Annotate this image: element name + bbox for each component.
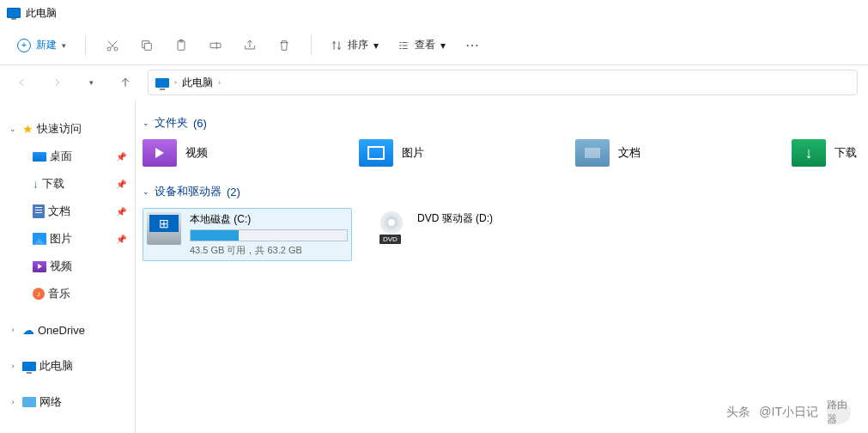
desktop-icon bbox=[33, 152, 46, 162]
sidebar-item-videos[interactable]: 视频 bbox=[0, 253, 135, 280]
sort-button[interactable]: 排序 ▾ bbox=[324, 34, 385, 56]
document-icon bbox=[33, 204, 45, 218]
sidebar-item-documents[interactable]: 文档📌 bbox=[0, 198, 135, 225]
chevron-down-icon: ⌄ bbox=[143, 119, 149, 127]
sidebar-item-music[interactable]: ♪音乐 bbox=[0, 280, 135, 308]
sidebar: ⌄ ★ 快速访问 桌面📌 ↓下载📌 文档📌 图片📌 视频 ♪音乐 ›☁OneDr… bbox=[0, 100, 136, 433]
sidebar-item-pictures[interactable]: 图片📌 bbox=[0, 225, 135, 253]
section-count: (6) bbox=[193, 117, 207, 130]
pc-icon bbox=[155, 78, 169, 88]
nav-row: ▾ › 此电脑› bbox=[0, 65, 868, 100]
sidebar-label: 下载 bbox=[42, 176, 128, 192]
folders-row: 视频 图片 文档 下载 bbox=[143, 139, 861, 167]
drive-name: 本地磁盘 (C:) bbox=[190, 212, 348, 227]
address-bar[interactable]: › 此电脑› bbox=[148, 70, 858, 95]
sidebar-item-desktop[interactable]: 桌面📌 bbox=[0, 143, 135, 170]
folder-documents[interactable]: 文档 bbox=[575, 139, 773, 167]
drive-sub: 43.5 GB 可用，共 63.2 GB bbox=[190, 244, 348, 257]
up-button[interactable] bbox=[113, 70, 137, 95]
video-folder-icon bbox=[143, 139, 177, 167]
svg-rect-5 bbox=[210, 43, 221, 47]
separator bbox=[311, 35, 312, 56]
sidebar-label: 音乐 bbox=[48, 286, 128, 302]
chevron-down-icon: ▾ bbox=[373, 40, 379, 52]
watermark-left: 头条 bbox=[726, 405, 750, 420]
picture-icon bbox=[33, 233, 46, 245]
svg-point-1 bbox=[114, 47, 118, 51]
back-button[interactable] bbox=[10, 70, 34, 95]
sidebar-label: 此电脑 bbox=[39, 358, 128, 374]
more-button[interactable]: ⋯ bbox=[458, 31, 487, 60]
picture-folder-icon bbox=[359, 139, 393, 167]
sidebar-label: 网络 bbox=[39, 394, 128, 410]
folder-videos[interactable]: 视频 bbox=[143, 139, 340, 167]
copy-button[interactable] bbox=[132, 31, 161, 60]
sidebar-network[interactable]: ›网络 bbox=[0, 388, 135, 416]
sidebar-label: OneDrive bbox=[38, 324, 128, 337]
view-label: 查看 bbox=[415, 38, 435, 52]
svg-rect-2 bbox=[144, 43, 151, 50]
sidebar-item-downloads[interactable]: ↓下载📌 bbox=[0, 170, 135, 198]
dvd-icon bbox=[374, 211, 409, 244]
folder-downloads[interactable]: 下载 bbox=[792, 139, 860, 167]
document-folder-icon bbox=[575, 139, 610, 167]
content: ⌄ 文件夹 (6) 视频 图片 文档 下载 ⌄ 设备和驱动器 (2) 本地磁盘 … bbox=[136, 100, 868, 433]
pin-icon: 📌 bbox=[116, 152, 126, 162]
chevron-right-icon: › bbox=[174, 78, 177, 87]
section-title: 文件夹 bbox=[155, 115, 188, 131]
drives-row: 本地磁盘 (C:) 43.5 GB 可用，共 63.2 GB DVD 驱动器 (… bbox=[143, 208, 861, 261]
delete-button[interactable] bbox=[270, 31, 299, 60]
network-icon bbox=[22, 397, 36, 407]
hdd-icon bbox=[147, 212, 181, 245]
pin-icon: 📌 bbox=[116, 207, 126, 216]
watermark-badge: 路由器 bbox=[827, 400, 851, 424]
watermark: 头条 @IT小日记 路由器 bbox=[726, 400, 851, 424]
folder-label: 图片 bbox=[402, 145, 424, 161]
separator bbox=[85, 35, 86, 56]
folder-label: 视频 bbox=[185, 145, 208, 161]
video-icon bbox=[33, 261, 46, 272]
sidebar-thispc[interactable]: ›此电脑 bbox=[0, 352, 135, 380]
chevron-right-icon: › bbox=[7, 326, 19, 334]
drive-d[interactable]: DVD 驱动器 (D:) bbox=[371, 208, 580, 261]
share-button[interactable] bbox=[235, 31, 264, 60]
cloud-icon: ☁ bbox=[22, 323, 34, 337]
section-devices-header[interactable]: ⌄ 设备和驱动器 (2) bbox=[143, 184, 861, 199]
drive-info: 本地磁盘 (C:) 43.5 GB 可用，共 63.2 GB bbox=[190, 212, 348, 257]
cut-button[interactable] bbox=[98, 31, 127, 60]
plus-icon: + bbox=[17, 39, 31, 52]
new-button[interactable]: + 新建 ▾ bbox=[10, 34, 73, 56]
chevron-right-icon: › bbox=[7, 398, 19, 406]
pc-icon bbox=[22, 362, 36, 371]
paste-button[interactable] bbox=[167, 31, 196, 60]
forward-button[interactable] bbox=[45, 70, 69, 95]
sidebar-label: 视频 bbox=[50, 259, 128, 274]
drive-c[interactable]: 本地磁盘 (C:) 43.5 GB 可用，共 63.2 GB bbox=[143, 208, 352, 261]
folder-label: 文档 bbox=[618, 145, 640, 161]
toolbar: + 新建 ▾ 排序 ▾ 查看 ▾ ⋯ bbox=[0, 26, 868, 65]
sort-label: 排序 bbox=[348, 38, 368, 52]
breadcrumb-label: 此电脑 bbox=[182, 76, 213, 90]
main: ⌄ ★ 快速访问 桌面📌 ↓下载📌 文档📌 图片📌 视频 ♪音乐 ›☁OneDr… bbox=[0, 100, 868, 433]
drive-name: DVD 驱动器 (D:) bbox=[417, 211, 577, 226]
download-folder-icon bbox=[792, 139, 826, 167]
download-icon: ↓ bbox=[33, 177, 39, 191]
chevron-right-icon: › bbox=[7, 362, 19, 370]
folder-label: 下载 bbox=[835, 145, 857, 161]
view-button[interactable]: 查看 ▾ bbox=[391, 34, 452, 56]
recent-dropdown[interactable]: ▾ bbox=[79, 70, 103, 95]
breadcrumb-root[interactable]: 此电脑› bbox=[182, 76, 221, 90]
drive-usage-bar bbox=[190, 229, 348, 241]
drive-info: DVD 驱动器 (D:) bbox=[417, 211, 577, 258]
section-count: (2) bbox=[227, 186, 240, 198]
sidebar-onedrive[interactable]: ›☁OneDrive bbox=[0, 316, 135, 344]
pin-icon: 📌 bbox=[116, 235, 126, 244]
rename-button[interactable] bbox=[201, 31, 230, 60]
drive-usage-fill bbox=[191, 230, 239, 241]
folder-pictures[interactable]: 图片 bbox=[359, 139, 556, 167]
window-title: 此电脑 bbox=[26, 6, 57, 21]
chevron-down-icon: ⌄ bbox=[7, 125, 19, 133]
chevron-down-icon: ▾ bbox=[440, 40, 446, 52]
section-folders-header[interactable]: ⌄ 文件夹 (6) bbox=[143, 115, 861, 131]
sidebar-quick-access[interactable]: ⌄ ★ 快速访问 bbox=[0, 115, 135, 143]
